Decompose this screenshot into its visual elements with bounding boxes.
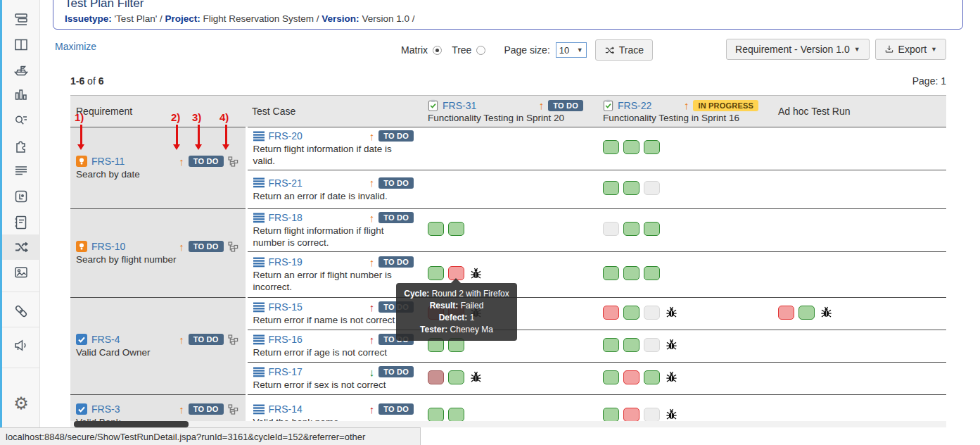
bar-chart-icon[interactable] xyxy=(2,82,40,108)
project-value: Flight Reservation System / xyxy=(203,13,322,24)
test-case-key-link[interactable]: FRS-14 xyxy=(269,403,303,415)
chevron-down-icon: ▼ xyxy=(854,46,860,53)
run-result-square-none[interactable] xyxy=(644,408,660,422)
trace-button-label: Trace xyxy=(619,44,644,56)
requirement-version-dropdown[interactable]: Requirement - Version 1.0 ▼ xyxy=(726,39,870,60)
link-icon[interactable] xyxy=(2,299,40,324)
megaphone-icon[interactable] xyxy=(2,332,40,358)
ship-icon[interactable] xyxy=(2,58,40,83)
bug-icon[interactable] xyxy=(470,268,482,280)
run-result-square-pass[interactable] xyxy=(623,181,639,195)
priority-up-icon: ↑ xyxy=(369,257,375,268)
settings-gear-icon[interactable]: ⚙ xyxy=(2,391,40,416)
hierarchy-icon[interactable] xyxy=(228,404,238,415)
run-result-square-pass[interactable] xyxy=(644,266,660,280)
bug-icon[interactable] xyxy=(666,306,677,318)
split-columns-icon[interactable] xyxy=(2,32,40,58)
run-result-square-pass[interactable] xyxy=(603,338,619,352)
test-plan-key-link[interactable]: FRS-31 xyxy=(443,100,476,111)
test-case-status-badge: TO DO xyxy=(378,366,414,377)
traceability-shuffle-icon[interactable] xyxy=(2,234,40,260)
version-label: Version: xyxy=(322,13,359,24)
run-result-square-pass[interactable] xyxy=(603,140,619,154)
test-case-key-link[interactable]: FRS-20 xyxy=(269,130,303,142)
test-case-key-link[interactable]: FRS-18 xyxy=(269,212,303,223)
run-result-square-pass[interactable] xyxy=(603,370,619,384)
run-results-cell xyxy=(597,209,772,252)
test-case-key-link[interactable]: FRS-16 xyxy=(269,334,303,345)
run-result-square-pass[interactable] xyxy=(798,306,815,320)
horizontal-scrollbar-track[interactable] xyxy=(70,421,946,427)
run-result-square-pass[interactable] xyxy=(448,408,464,422)
run-result-square-pass[interactable] xyxy=(448,370,464,384)
run-result-square-none[interactable] xyxy=(603,222,619,236)
matrix-header-row: Requirement Test Case FRS-31 ↑ TO DO Fun… xyxy=(70,96,946,127)
run-result-square-pass[interactable] xyxy=(428,222,444,236)
run-result-square-pass[interactable] xyxy=(448,222,464,236)
bug-icon[interactable] xyxy=(666,371,677,383)
bug-icon[interactable] xyxy=(470,371,482,383)
priority-up-icon: ↑ xyxy=(369,131,375,142)
run-result-square-pass[interactable] xyxy=(644,222,660,236)
matrix-radio[interactable] xyxy=(433,46,442,55)
run-result-square-none[interactable] xyxy=(644,338,660,352)
stacked-cards-icon[interactable] xyxy=(2,7,40,32)
tooltip-tester-label: Tester: xyxy=(420,325,447,334)
requirement-key-link[interactable]: FRS-3 xyxy=(91,403,120,415)
tree-radio[interactable] xyxy=(476,46,485,55)
run-result-square-pass[interactable] xyxy=(623,140,639,154)
maximize-link[interactable]: Maximize xyxy=(55,41,96,52)
requirement-key-link[interactable]: FRS-10 xyxy=(91,241,125,252)
export-button[interactable]: Export ▼ xyxy=(875,39,946,60)
test-case-row: FRS-10↑TO DOSearch by flight numberFRS-1… xyxy=(70,209,946,252)
run-result-square-fail[interactable] xyxy=(623,370,639,384)
trace-button[interactable]: Trace xyxy=(595,39,653,61)
text-lines-icon[interactable] xyxy=(2,158,40,184)
run-result-square-pass[interactable] xyxy=(623,338,639,352)
requirement-key-link[interactable]: FRS-11 xyxy=(91,156,125,167)
bug-icon[interactable] xyxy=(666,339,677,351)
run-result-square-pass[interactable] xyxy=(623,222,639,236)
run-result-square-fail[interactable] xyxy=(778,306,794,320)
run-result-square-pass[interactable] xyxy=(644,140,660,154)
run-result-square-pass[interactable] xyxy=(603,266,619,280)
structure-card-icon[interactable] xyxy=(2,184,40,209)
run-result-square-pass[interactable] xyxy=(644,370,660,384)
run-result-square-pass[interactable] xyxy=(603,408,619,422)
hierarchy-icon[interactable] xyxy=(228,156,238,167)
run-result-square-pass[interactable] xyxy=(623,306,639,320)
hierarchy-icon[interactable] xyxy=(228,334,238,345)
horizontal-scrollbar-thumb[interactable] xyxy=(74,421,189,427)
results-total: 6 xyxy=(98,75,104,87)
run-result-square-failmuted[interactable] xyxy=(428,370,444,384)
run-result-square-pass[interactable] xyxy=(623,266,639,280)
requirement-status-badge: TO DO xyxy=(189,334,224,345)
run-result-square-none[interactable] xyxy=(644,306,660,320)
filter-title: Test Plan Filter xyxy=(65,0,951,11)
run-result-square-pass[interactable] xyxy=(603,181,619,195)
test-plan-icon xyxy=(603,99,613,111)
run-result-square-fail[interactable] xyxy=(623,408,639,422)
puzzle-icon[interactable] xyxy=(2,134,40,159)
requirement-key-link[interactable]: FRS-4 xyxy=(91,334,120,345)
address-book-icon[interactable] xyxy=(2,210,40,235)
image-icon[interactable] xyxy=(2,260,40,285)
chevron-down-icon: ▼ xyxy=(577,46,583,54)
bug-icon[interactable] xyxy=(820,306,832,318)
test-plan-key-link[interactable]: FRS-22 xyxy=(618,100,651,111)
page-size-select[interactable]: 10 ▼ xyxy=(556,42,587,58)
bug-icon[interactable] xyxy=(666,408,677,420)
test-case-key-link[interactable]: FRS-19 xyxy=(269,256,303,268)
search-results-icon[interactable] xyxy=(2,108,40,134)
run-result-square-pass[interactable] xyxy=(428,266,444,280)
test-case-status-badge: TO DO xyxy=(378,256,414,268)
run-result-square-fail[interactable] xyxy=(603,306,619,320)
test-case-key-link[interactable]: FRS-17 xyxy=(269,366,303,377)
test-case-key-link[interactable]: FRS-21 xyxy=(269,177,303,189)
hierarchy-icon[interactable] xyxy=(228,242,238,252)
test-case-key-link[interactable]: FRS-15 xyxy=(269,301,303,313)
run-result-square-none[interactable] xyxy=(644,181,660,195)
test-case-icon xyxy=(253,131,265,142)
run-result-square-pass[interactable] xyxy=(428,408,444,422)
test-case-icon xyxy=(253,177,265,188)
